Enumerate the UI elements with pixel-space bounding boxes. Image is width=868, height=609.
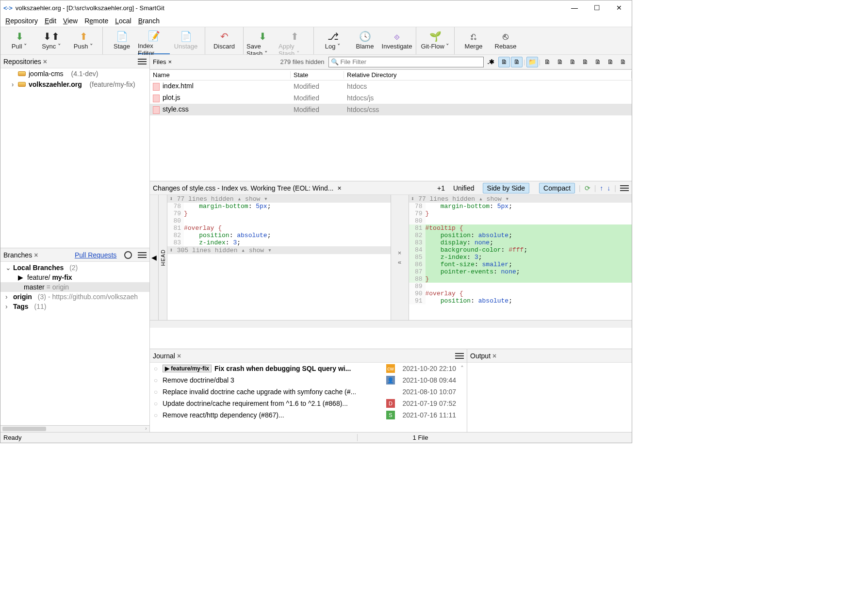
hidden-files-label: 279 files hidden — [280, 58, 325, 65]
compact-toggle[interactable]: Compact — [539, 183, 575, 193]
file-row[interactable]: index.htmlModifiedhtdocs — [150, 80, 632, 92]
col-state[interactable]: State — [291, 71, 344, 79]
journal-row[interactable]: ○▶ feature/my-fixFix crash when debuggin… — [150, 363, 467, 374]
col-name[interactable]: Name — [150, 71, 291, 79]
branches-close-icon[interactable]: × — [34, 251, 38, 259]
side-by-side-toggle[interactable]: Side by Side — [483, 183, 530, 193]
col-dir[interactable]: Relative Directory — [344, 71, 632, 79]
menu-branch[interactable]: Branch — [135, 16, 163, 26]
journal-row[interactable]: ○Replace invalid doctrine cache upgrade … — [150, 386, 467, 398]
branch-group-tags[interactable]: ›Tags (11) — [0, 302, 149, 311]
status-bar: Ready 1 File — [0, 432, 632, 443]
app-icon: <·> — [3, 4, 13, 12]
merge-button[interactable]: ⎌Merge — [458, 27, 490, 54]
hamburger-icon[interactable] — [138, 251, 147, 259]
maximize-button[interactable]: ☐ — [590, 4, 604, 12]
branches-header: Branches × Pull Requests — [0, 248, 149, 262]
files-header: Files × 279 files hidden 🔍 .✱ 🗎 🗎 | 📁 | … — [150, 55, 632, 69]
filter-icon-9[interactable]: 🗎 — [605, 57, 616, 67]
filter-asterisk-icon[interactable]: .✱ — [488, 58, 495, 65]
unstage-button[interactable]: 📄Unstage — [170, 27, 202, 54]
diff-right-pane[interactable]: ⬍ 77 lines hidden ▴ show ▾78 margin-bott… — [409, 195, 632, 320]
push-button[interactable]: ⬆Push ˅ — [67, 27, 99, 54]
status-file-count: 1 File — [357, 434, 483, 441]
menu-local[interactable]: Local — [112, 16, 134, 26]
filter-icon-10[interactable]: 🗎 — [617, 57, 629, 67]
repositories-label: Repositories — [3, 58, 41, 65]
close-button[interactable]: ✕ — [612, 4, 626, 12]
rebase-button[interactable]: ⎋Rebase — [490, 27, 522, 54]
file-row[interactable]: plot.jsModifiedhtdocs/js — [150, 92, 632, 104]
sync-button[interactable]: ⬇⬆Sync ˅ — [35, 27, 67, 54]
repositories-header: Repositories × — [0, 55, 149, 68]
log-button[interactable]: ⎇Log ˅ — [317, 27, 349, 54]
menu-remote[interactable]: Remote — [82, 16, 111, 26]
title-bar: <·> volkszaehler.org - [D:\src\volkszaeh… — [0, 0, 632, 15]
status-ready: Ready — [3, 434, 22, 441]
diff-left-pane[interactable]: ⬍ 77 lines hidden ▴ show ▾78 margin-bott… — [167, 195, 391, 320]
hamburger-icon[interactable] — [620, 184, 629, 192]
branch-group-local[interactable]: ⌄Local Branches (2) — [0, 263, 149, 272]
repo-item[interactable]: joomla-cms (4.1-dev) — [0, 68, 149, 79]
horizontal-scrollbar[interactable]: ‹› — [0, 425, 149, 432]
branch-item[interactable]: master = origin — [0, 282, 149, 292]
filter-icon-3[interactable]: 📁 — [526, 57, 538, 67]
caret-icon[interactable]: › — [10, 80, 15, 88]
diff-mid-gutter[interactable]: ×« — [391, 195, 409, 320]
journal-close-icon[interactable]: × — [177, 352, 181, 360]
pull-button[interactable]: ⬇Pull ˅ — [3, 27, 35, 54]
branch-group-origin[interactable]: ›origin (3) - https://github.com/volksza… — [0, 292, 149, 302]
save-stash-button[interactable]: ⬇Save Stash ˅ — [246, 27, 278, 54]
journal-row[interactable]: ○Update doctrine/cache requirement from … — [150, 398, 467, 409]
window-title: volkszaehler.org - [D:\src\volkszaehler.… — [16, 4, 568, 12]
search-icon: 🔍 — [331, 58, 339, 65]
repo-item[interactable]: › volkszaehler.org (feature/my-fix) — [0, 79, 149, 90]
index-editor-button[interactable]: 📝Index Editor — [138, 27, 170, 54]
repo-icon — [18, 82, 26, 87]
apply-stash-button[interactable]: ⬆Apply Stash ˅ — [278, 27, 311, 54]
filter-icon-2[interactable]: 🗎 — [511, 57, 523, 67]
refresh-icon[interactable]: ⟳ — [585, 184, 590, 192]
repositories-close-icon[interactable]: × — [43, 58, 47, 65]
journal-header: Journal × — [150, 349, 467, 363]
hamburger-icon[interactable] — [138, 57, 147, 66]
investigate-button[interactable]: ⟐Investigate — [381, 27, 413, 54]
changes-close-icon[interactable]: × — [337, 184, 341, 192]
menu-repository[interactable]: Repository — [2, 16, 41, 26]
output-body — [467, 363, 632, 432]
discard-button[interactable]: ↶Discard — [208, 27, 240, 54]
journal-row[interactable]: ○Remove doctrine/dbal 3👤2021-10-08 09:44 — [150, 374, 467, 386]
stage-button[interactable]: 📄Stage — [106, 27, 138, 54]
files-label: Files — [153, 58, 166, 65]
filter-icon-7[interactable]: 🗎 — [579, 57, 591, 67]
down-arrow-icon[interactable]: ↓ — [607, 184, 610, 192]
filter-icon-1[interactable]: 🗎 — [498, 57, 510, 67]
minimize-button[interactable]: — — [568, 4, 581, 12]
git-flow-button[interactable]: 🌱Git-Flow ˅ — [419, 27, 451, 54]
filter-icon-6[interactable]: 🗎 — [567, 57, 578, 67]
github-icon[interactable] — [124, 251, 132, 259]
branch-item[interactable]: ▶ feature/my-fix — [0, 272, 149, 282]
journal-row[interactable]: ○Remove react/http dependency (#867)...S… — [150, 409, 467, 421]
filter-icon-4[interactable]: 🗎 — [541, 57, 553, 67]
pull-requests-link[interactable]: Pull Requests — [75, 251, 116, 259]
menu-view[interactable]: View — [60, 16, 81, 26]
filter-icon-8[interactable]: 🗎 — [592, 57, 604, 67]
head-gutter: HEAD — [159, 195, 167, 320]
toolbar: ⬇Pull ˅ ⬇⬆Sync ˅ ⬆Push ˅ 📄Stage 📝Index E… — [0, 27, 632, 55]
file-filter-field[interactable] — [341, 58, 481, 65]
filter-icon-5[interactable]: 🗎 — [554, 57, 566, 67]
horizontal-scrollbar[interactable] — [391, 320, 632, 328]
hamburger-icon[interactable] — [455, 352, 464, 360]
unified-toggle[interactable]: Unified — [449, 183, 479, 193]
up-arrow-icon[interactable]: ↑ — [600, 184, 603, 192]
blame-button[interactable]: 🕓Blame — [349, 27, 381, 54]
files-close-icon[interactable]: × — [168, 58, 172, 65]
output-close-icon[interactable]: × — [492, 352, 496, 360]
file-filter-input[interactable]: 🔍 — [328, 57, 484, 67]
horizontal-scrollbar[interactable] — [150, 320, 391, 328]
file-row[interactable]: style.cssModifiedhtdocs/css — [150, 104, 632, 115]
diff-gutter[interactable]: ◀ — [150, 195, 159, 320]
file-table-header[interactable]: Name State Relative Directory — [150, 70, 632, 80]
menu-edit[interactable]: Edit — [42, 16, 59, 26]
